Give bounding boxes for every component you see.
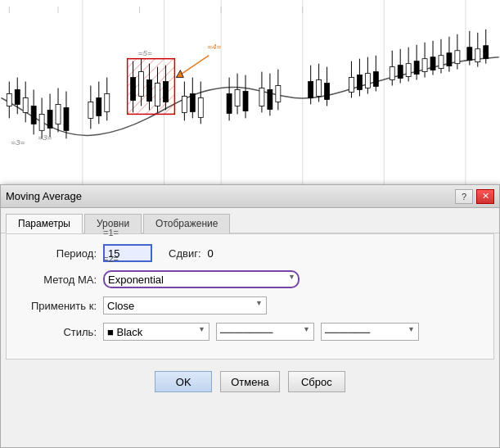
svg-rect-0 [1,0,498,188]
svg-rect-69 [357,75,362,90]
svg-text:=3=: =3= [38,133,52,142]
svg-rect-85 [430,57,435,70]
svg-rect-61 [309,82,313,98]
ok-button[interactable]: OK [155,371,212,392]
svg-rect-83 [422,59,427,72]
line-width-select[interactable]: ────── ━━━━━━ ▬▬▬▬▬▬ [321,323,419,341]
sdvig-label: Сдвиг: [169,247,201,260]
svg-rect-51 [235,90,240,106]
svg-rect-97 [484,46,489,59]
method-row: =2= Метод МА: Simple Exponential Smoothe… [23,270,477,288]
svg-rect-57 [268,90,273,110]
apply-label: Применить к: [23,300,97,312]
svg-rect-67 [349,78,354,93]
svg-rect-37 [155,84,160,106]
svg-rect-87 [439,56,444,69]
svg-rect-43 [182,96,187,112]
svg-rect-91 [455,51,460,64]
svg-rect-45 [190,94,195,112]
svg-text:=5=: =5= [138,48,152,57]
cancel-button[interactable]: Отмена [220,371,280,392]
dialog-footer: OK Отмена Сброс [1,364,499,399]
period-label: Период: [23,247,97,260]
line-style-select[interactable]: ─────── - - - - - · · · · · [216,323,314,341]
dialog-content: =1= Период: Сдвиг: 0 =2= Метод МА: Simpl… [6,233,494,360]
svg-rect-8 [7,94,11,106]
style-row: Стиль: ■ Black ■ Red ■ Blue ■ Green ────… [23,323,477,341]
svg-rect-71 [365,74,370,88]
svg-rect-63 [317,80,322,97]
method-select[interactable]: Simple Exponential Smoothed Linear Weigh… [103,270,300,288]
help-button[interactable]: ? [455,189,473,204]
svg-rect-12 [23,97,28,112]
svg-rect-93 [467,48,472,61]
line-style-select-wrapper: ─────── - - - - - · · · · · [216,323,314,341]
svg-rect-89 [447,53,452,66]
svg-rect-65 [325,84,330,100]
apply-select-wrapper: Close Open High Low Median Price Typical… [103,296,267,315]
titlebar-buttons: ? ✕ [455,189,494,204]
color-select-wrapper: ■ Black ■ Red ■ Blue ■ Green [103,323,209,341]
svg-rect-81 [414,61,419,75]
svg-rect-28 [105,94,110,112]
svg-rect-95 [475,49,480,62]
style-label: Стиль: [23,326,97,338]
svg-rect-59 [276,86,281,102]
apply-select[interactable]: Close Open High Low Median Price Typical… [103,296,267,315]
dialog-moving-average: Moving Average ? ✕ Параметры Уровни Отоб… [0,184,500,448]
color-select[interactable]: ■ Black ■ Red ■ Blue ■ Green [103,323,209,341]
svg-rect-26 [97,97,101,115]
svg-rect-53 [243,92,248,111]
svg-rect-77 [398,66,403,79]
svg-rect-33 [139,72,144,97]
svg-rect-14 [31,106,36,124]
svg-rect-10 [15,90,20,105]
svg-rect-39 [163,82,168,102]
svg-rect-16 [39,114,44,130]
apply-row: Применить к: Close Open High Low Median … [23,296,477,315]
method-annotation: =2= [103,254,119,264]
svg-rect-75 [390,67,394,80]
chart-area: =3= =3= =5= =4= [0,0,500,188]
svg-rect-31 [131,78,136,101]
method-label: Метод МА: [23,274,97,286]
dialog-titlebar: Moving Average ? ✕ [1,185,499,208]
dialog-title: Moving Average [6,190,82,202]
close-button[interactable]: ✕ [476,189,494,204]
svg-rect-18 [47,110,52,128]
svg-rect-79 [406,64,411,77]
method-select-wrapper: Simple Exponential Smoothed Linear Weigh… [103,270,300,288]
reset-button[interactable]: Сброс [288,371,345,392]
svg-rect-22 [64,107,69,130]
svg-rect-24 [88,102,93,118]
tabs-bar: Параметры Уровни Отображение [1,208,499,233]
period-annotation: =1= [103,228,119,238]
svg-rect-73 [373,72,378,87]
tab-parameters[interactable]: Параметры [6,214,83,233]
svg-text:=3=: =3= [11,138,25,147]
svg-rect-49 [227,94,232,114]
svg-rect-20 [56,104,61,124]
svg-text:=4=: =4= [207,42,221,51]
svg-rect-35 [147,80,152,102]
sdvig-value: 0 [208,247,214,260]
tab-display[interactable]: Отображение [143,214,230,233]
period-row: =1= Период: Сдвиг: 0 [23,244,477,262]
svg-rect-47 [198,97,203,117]
line-width-select-wrapper: ────── ━━━━━━ ▬▬▬▬▬▬ [321,323,419,341]
svg-rect-55 [259,88,264,106]
